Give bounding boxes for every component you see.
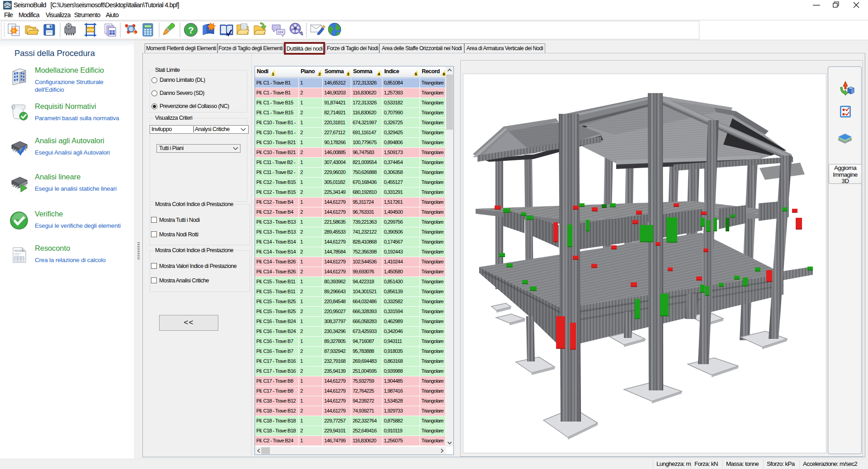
- svg-text:INVOICE: INVOICE: [14, 249, 24, 252]
- svg-text:?: ?: [188, 25, 193, 35]
